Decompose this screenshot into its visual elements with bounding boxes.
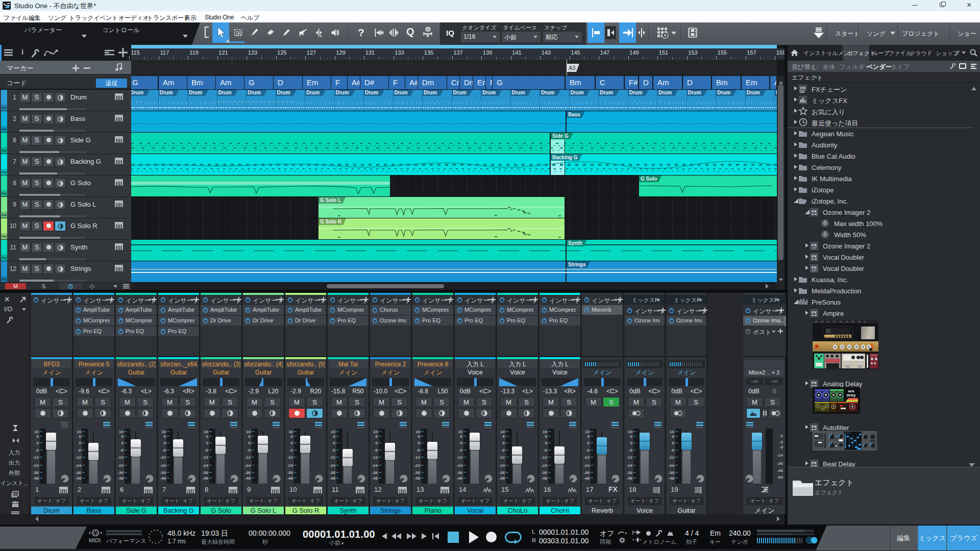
svg-text:VST: VST bbox=[812, 246, 817, 249]
svg-text:FX: FX bbox=[812, 381, 817, 385]
svg-text:FX: FX bbox=[800, 86, 806, 90]
svg-text:FX: FX bbox=[812, 461, 817, 465]
svg-text:FX: FX bbox=[812, 254, 817, 259]
svg-text:FX: FX bbox=[812, 310, 817, 315]
svg-text:FX: FX bbox=[812, 424, 817, 429]
svg-text:VST: VST bbox=[812, 269, 817, 272]
svg-text:FX: FX bbox=[812, 209, 817, 214]
